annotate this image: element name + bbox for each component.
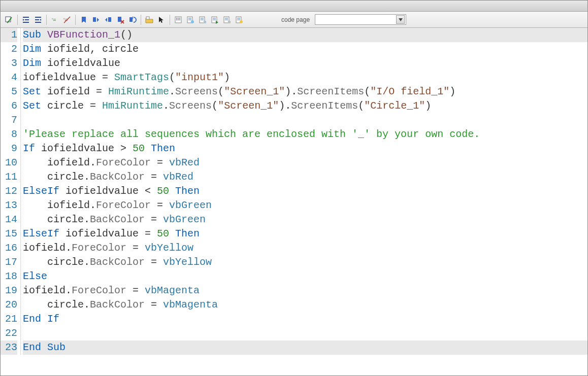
code-editor[interactable]: 1234567891011121314151617181920212223 Su… xyxy=(1,28,587,355)
script-template-4-button[interactable] xyxy=(221,14,233,25)
code-token: "Screen_1" xyxy=(224,86,285,97)
code-token: iofield = xyxy=(47,86,108,97)
code-token: ElseIf xyxy=(23,228,66,240)
next-bookmark-button[interactable] xyxy=(90,14,102,25)
pointer-button[interactable] xyxy=(156,14,167,25)
script-template-2-button[interactable] xyxy=(197,14,208,25)
code-token: ). xyxy=(285,86,297,97)
indent-icon xyxy=(22,16,30,24)
code-token: vbMagenta xyxy=(145,285,200,296)
code-line[interactable]: Set iofield = HmiRuntime.Screens("Screen… xyxy=(23,85,587,99)
svg-rect-26 xyxy=(204,21,206,23)
comment-button[interactable]: '≡ xyxy=(49,14,60,25)
code-line[interactable]: Dim iofieldvalue xyxy=(23,56,587,71)
script-template-3-button[interactable] xyxy=(209,14,220,25)
goto-bookmark-button[interactable] xyxy=(127,14,138,25)
script-template-5-button[interactable] xyxy=(234,14,245,25)
code-line[interactable]: circle.BackColor = vbMagenta xyxy=(23,298,587,312)
code-line[interactable]: iofieldvalue = SmartTags("input1") xyxy=(23,71,587,85)
script-template-icon xyxy=(223,16,231,24)
codepage-select[interactable] xyxy=(315,14,406,25)
code-token: = xyxy=(126,285,145,296)
code-line[interactable] xyxy=(23,326,587,340)
svg-rect-7 xyxy=(118,17,121,22)
code-token: ForeColor xyxy=(96,199,151,211)
script-template-icon xyxy=(199,16,207,24)
code-token: Then xyxy=(145,143,175,154)
check-syntax-icon xyxy=(5,16,13,24)
code-line[interactable]: iofield.ForeColor = vbYellow xyxy=(23,241,587,255)
code-token: ScreenItems xyxy=(297,86,364,97)
open-folder-button[interactable] xyxy=(144,14,155,25)
prev-bookmark-button[interactable] xyxy=(103,14,114,25)
line-number: 18 xyxy=(1,269,17,284)
code-line[interactable]: iofield.ForeColor = vbGreen xyxy=(23,198,587,213)
outdent-button[interactable] xyxy=(32,14,44,25)
object-list-button[interactable] xyxy=(173,14,184,25)
code-token: HmiRuntime xyxy=(108,86,169,97)
code-token: () xyxy=(120,29,133,41)
script-template-1-button[interactable] xyxy=(185,14,196,25)
code-token: ) xyxy=(425,100,431,112)
line-number: 15 xyxy=(1,227,17,241)
code-token: ( xyxy=(212,100,218,112)
code-token: ScreenItems xyxy=(291,100,358,112)
code-line[interactable]: circle.BackColor = vbGreen xyxy=(23,213,587,227)
code-token: circle. xyxy=(23,214,90,225)
code-line[interactable]: 'Please replace all sequences which are … xyxy=(23,127,587,142)
code-line[interactable]: circle.BackColor = vbRed xyxy=(23,170,587,184)
code-line[interactable]: circle.BackColor = vbYellow xyxy=(23,255,587,269)
code-line[interactable] xyxy=(23,113,587,127)
line-number: 21 xyxy=(1,312,17,326)
svg-point-17 xyxy=(178,19,179,20)
code-line[interactable]: ElseIf iofieldvalue = 50 Then xyxy=(23,227,587,241)
pointer-icon xyxy=(157,16,166,24)
code-token: Set xyxy=(23,100,47,112)
toolbar-separator xyxy=(141,15,141,25)
code-token: End Sub xyxy=(23,341,66,353)
toolbar-separator xyxy=(46,15,47,25)
code-line[interactable]: Else xyxy=(23,269,587,284)
goto-bookmark-icon xyxy=(128,16,137,24)
code-token: 50 xyxy=(157,228,169,240)
code-token: BackColor xyxy=(90,256,145,268)
code-line[interactable]: End If xyxy=(23,312,587,326)
code-token: SmartTags xyxy=(114,72,169,83)
code-token: vbRed xyxy=(169,157,200,168)
code-line[interactable]: ElseIf iofieldvalue < 50 Then xyxy=(23,184,587,198)
code-token: 50 xyxy=(157,185,169,197)
codepage-label: code page xyxy=(281,16,310,23)
line-number: 5 xyxy=(1,85,17,99)
code-token: iofield, circle xyxy=(47,43,139,55)
code-line[interactable]: End Sub xyxy=(23,340,587,355)
code-token: Set xyxy=(23,86,47,97)
svg-point-22 xyxy=(191,20,194,23)
code-token: ElseIf xyxy=(23,185,66,197)
line-number: 19 xyxy=(1,284,17,298)
svg-text:'≡: '≡ xyxy=(52,17,56,23)
code-line[interactable]: Sub VBFunction_1() xyxy=(23,28,587,42)
code-line[interactable]: Dim iofield, circle xyxy=(23,42,587,56)
uncomment-button[interactable]: '≡ xyxy=(61,14,73,25)
code-token: BackColor xyxy=(90,171,145,183)
code-token: . xyxy=(163,100,169,112)
code-content[interactable]: Sub VBFunction_1()Dim iofield, circleDim… xyxy=(21,28,587,355)
toggle-bookmark-button[interactable] xyxy=(78,14,89,25)
code-token: vbYellow xyxy=(145,242,193,254)
code-token: 'Please replace all sequences which are … xyxy=(23,128,480,140)
window-frame: '≡ '≡ xyxy=(0,0,588,376)
code-line[interactable]: If iofieldvalue > 50 Then xyxy=(23,142,587,156)
script-template-icon xyxy=(235,16,243,24)
code-line[interactable]: iofield.ForeColor = vbRed xyxy=(23,156,587,170)
line-number: 6 xyxy=(1,99,17,113)
clear-bookmarks-button[interactable] xyxy=(115,14,126,25)
code-token: vbYellow xyxy=(163,256,212,268)
indent-button[interactable] xyxy=(20,14,31,25)
clear-bookmarks-icon xyxy=(116,16,124,24)
code-token: BackColor xyxy=(90,299,145,311)
code-token: iofieldvalue xyxy=(47,57,120,69)
code-line[interactable]: Set circle = HmiRuntime.Screens("Screen_… xyxy=(23,99,587,113)
line-number: 1 xyxy=(1,28,17,42)
code-line[interactable]: iofield.ForeColor = vbMagenta xyxy=(23,284,587,298)
check-syntax-button[interactable] xyxy=(4,14,15,25)
